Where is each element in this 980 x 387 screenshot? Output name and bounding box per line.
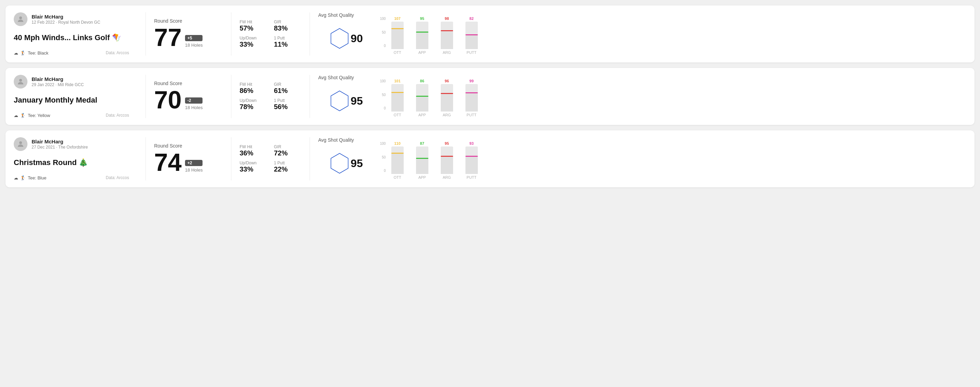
stat-fw-hit: FW Hit86% <box>240 82 267 95</box>
chart-y-axis: 100500 <box>380 17 386 48</box>
col-x-label: OTT <box>394 51 401 54</box>
y-label: 100 <box>380 142 386 146</box>
score-badge-col: -218 Holes <box>185 97 202 112</box>
stat-value-updown: 33% <box>240 40 267 48</box>
bar-line <box>391 92 404 93</box>
bar-line <box>416 32 428 33</box>
bar-line <box>441 156 453 157</box>
svg-point-2 <box>19 141 22 144</box>
score-section: Round Score74+218 Holes <box>154 137 223 181</box>
score-badge: -2 <box>185 97 202 104</box>
stat-label-updown: Up/Down <box>240 160 267 165</box>
tee-label: Tee: Blue <box>28 175 46 181</box>
bar-wrapper <box>416 146 428 174</box>
chart-section: 100500110OTT87APP95ARG93PUTT <box>373 137 966 181</box>
user-date: 12 Feb 2022 · Royal North Devon GC <box>32 20 100 25</box>
bar-wrapper <box>391 146 404 174</box>
chart-column: 95ARG <box>438 141 457 179</box>
divider <box>310 12 310 56</box>
stats-grid: FW Hit86%GIR61%Up/Down78%1 Putt56% <box>240 82 301 111</box>
tee-info: ☁🏌Tee: Yellow <box>14 113 50 118</box>
bar-fill <box>465 157 478 174</box>
stat-label-updown: Up/Down <box>240 36 267 40</box>
stat-label-putt1: 1 Putt <box>274 160 301 165</box>
stat-label-putt1: 1 Putt <box>274 98 301 103</box>
bar-line <box>465 156 478 157</box>
col-value: 93 <box>469 141 474 146</box>
quality-label: Avg Shot Quality <box>318 75 354 80</box>
bar-line <box>465 34 478 35</box>
quality-section: Avg Shot Quality95 <box>318 137 373 181</box>
stat-value-fw-hit: 36% <box>240 149 267 157</box>
round-card: Blair McHarg12 Feb 2022 · Royal North De… <box>5 5 975 62</box>
round-card: Blair McHarg29 Jan 2022 · Mill Ride GCCJ… <box>5 68 975 125</box>
stat-fw-hit: FW Hit57% <box>240 19 267 32</box>
round-title: 40 Mph Winds... Links Golf 🪁 <box>14 33 129 42</box>
bar-wrapper <box>391 84 404 111</box>
stat-value-gir: 83% <box>274 24 301 32</box>
stats-section: FW Hit86%GIR61%Up/Down78%1 Putt56% <box>240 75 301 118</box>
stat-label-gir: GIR <box>274 82 301 87</box>
stats-section: FW Hit57%GIR83%Up/Down33%1 Putt11% <box>240 12 301 56</box>
score-holes: 18 Holes <box>185 105 202 110</box>
bar-wrapper <box>441 22 453 49</box>
stats-grid: FW Hit57%GIR83%Up/Down33%1 Putt11% <box>240 19 301 48</box>
chart-column: 95APP <box>413 16 432 54</box>
divider <box>231 12 231 56</box>
round-card: Blair McHarg27 Dec 2021 · The Oxfordshir… <box>5 130 975 187</box>
col-value: 95 <box>420 16 424 21</box>
hexagon-svg <box>328 84 350 118</box>
quality-score: 95 <box>350 95 363 107</box>
bar-fill <box>441 31 453 49</box>
bar-wrapper <box>441 146 453 174</box>
bar-fill <box>441 157 453 174</box>
bar-wrapper <box>391 22 404 49</box>
col-value: 101 <box>395 79 401 83</box>
divider <box>231 137 231 181</box>
svg-point-0 <box>19 16 22 19</box>
stat-updown: Up/Down78% <box>240 98 267 111</box>
col-x-label: ARG <box>443 113 451 117</box>
col-value: 82 <box>469 16 474 21</box>
col-value: 86 <box>420 79 424 83</box>
score-holes: 18 Holes <box>185 43 202 48</box>
left-section: Blair McHarg29 Jan 2022 · Mill Ride GCCJ… <box>14 75 137 118</box>
stat-updown: Up/Down33% <box>240 160 267 173</box>
score-section: Round Score70-218 Holes <box>154 75 223 118</box>
tee-info: ☁🏌Tee: Blue <box>14 175 46 181</box>
user-date: 29 Jan 2022 · Mill Ride GCC <box>32 82 84 87</box>
avatar <box>14 137 27 151</box>
hexagon-container: 95 <box>328 146 363 181</box>
divider <box>310 75 310 118</box>
footer-row: ☁🏌Tee: YellowData: Arccos <box>14 113 129 118</box>
stat-label-gir: GIR <box>274 144 301 149</box>
chart-column: 82PUTT <box>462 16 481 54</box>
col-value: 87 <box>420 141 424 146</box>
stat-fw-hit: FW Hit36% <box>240 144 267 157</box>
user-name: Blair McHarg <box>32 14 100 19</box>
stat-gir: GIR72% <box>274 144 301 157</box>
bar-line <box>441 93 453 94</box>
score-badge: +2 <box>185 160 202 166</box>
chart-outer: 100500101OTT86APP96ARG99PUTT <box>380 76 966 117</box>
y-label: 0 <box>380 44 386 48</box>
bar-wrapper <box>465 84 478 111</box>
col-x-label: OTT <box>394 175 401 179</box>
chart-columns: 101OTT86APP96ARG99PUTT <box>388 76 481 117</box>
user-info: Blair McHarg12 Feb 2022 · Royal North De… <box>32 14 100 25</box>
footer-row: ☁🏌Tee: BlueData: Arccos <box>14 175 129 181</box>
svg-point-1 <box>19 79 22 82</box>
bar-fill <box>465 35 478 49</box>
hexagon-svg <box>328 146 350 181</box>
bar-wrapper <box>416 22 428 49</box>
chart-column: 99PUTT <box>462 79 481 117</box>
tee-info: ☁🏌Tee: Black <box>14 51 48 56</box>
chart-column: 87APP <box>413 141 432 179</box>
stat-value-putt1: 22% <box>274 165 301 173</box>
y-label: 50 <box>380 30 386 34</box>
user-row: Blair McHarg27 Dec 2021 · The Oxfordshir… <box>14 137 129 151</box>
stats-grid: FW Hit36%GIR72%Up/Down33%1 Putt22% <box>240 144 301 173</box>
col-x-label: ARG <box>443 51 451 54</box>
col-x-label: ARG <box>443 175 451 179</box>
user-info: Blair McHarg29 Jan 2022 · Mill Ride GCC <box>32 76 84 87</box>
